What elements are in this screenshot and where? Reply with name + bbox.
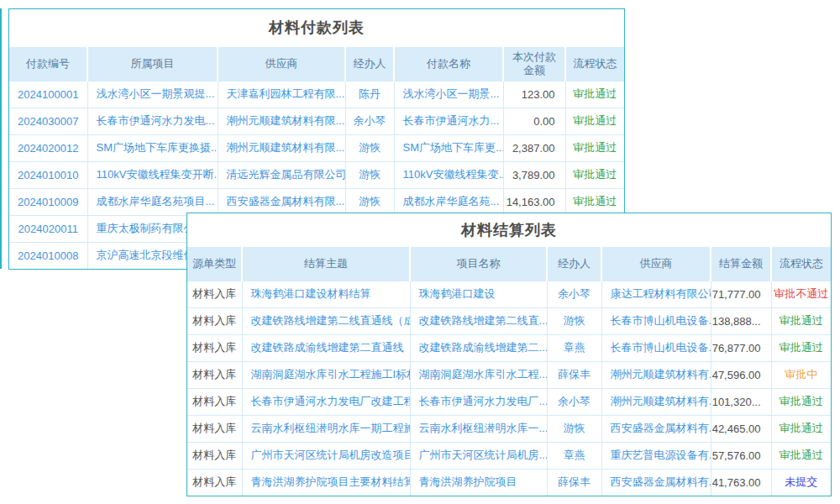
amount-cell: 123.00 xyxy=(503,81,565,108)
amount-cell: 76,877.00 xyxy=(711,334,771,361)
supplier-cell[interactable]: 西安盛器金属材料有限... xyxy=(218,188,345,215)
project-name-cell[interactable]: 青海洪湖养护院项目 xyxy=(410,469,547,496)
settlement-list-title: 材料结算列表 xyxy=(187,213,831,247)
column-header-project: 所属项目 xyxy=(87,47,218,81)
supplier-cell[interactable]: 西安盛器金属材料有... xyxy=(601,415,711,442)
handler-cell[interactable]: 游恢 xyxy=(547,307,601,334)
subject-cell[interactable]: 珠海鹤港口建设材料结算 xyxy=(242,281,410,307)
settlement-table: 源单类型 结算主题 项目名称 经办人 供应商 结算金额 流程状态 材料入库 珠海… xyxy=(187,247,831,496)
amount-cell: 41,763.00 xyxy=(711,469,771,496)
status-cell: 审批通过 xyxy=(771,415,831,442)
settlement-header-row: 源单类型 结算主题 项目名称 经办人 供应商 结算金额 流程状态 xyxy=(187,247,831,281)
payment-id-cell[interactable]: 2024010008 xyxy=(9,242,87,269)
supplier-cell[interactable]: 长春市博山机电设备... xyxy=(601,334,711,361)
column-header-settle-amount: 结算金额 xyxy=(711,247,771,281)
subject-cell[interactable]: 改建铁路成渝线增建第二直通线（... xyxy=(242,334,410,361)
payment-id-cell[interactable]: 2024010009 xyxy=(9,188,87,215)
payment-id-cell[interactable]: 2024020011 xyxy=(9,215,87,242)
project-name-cell[interactable]: 长春市伊通河水力发电厂... xyxy=(410,388,547,415)
amount-cell: 0.00 xyxy=(503,108,565,134)
handler-cell[interactable]: 薛保丰 xyxy=(547,469,601,496)
amount-cell: 3,789.00 xyxy=(503,161,565,188)
handler-cell[interactable]: 余小琴 xyxy=(547,281,601,307)
source-type-cell: 材料入库 xyxy=(187,442,242,469)
payment-name-cell[interactable]: 浅水湾小区一期景... xyxy=(394,81,503,108)
handler-cell[interactable]: 薛保丰 xyxy=(547,361,601,388)
column-header-project-name: 项目名称 xyxy=(410,247,547,281)
handler-cell[interactable]: 章燕 xyxy=(547,442,601,469)
payment-id-cell[interactable]: 2024030007 xyxy=(9,108,87,134)
payment-name-cell[interactable]: SM广场地下车库更... xyxy=(394,134,503,161)
payment-list-title: 材料付款列表 xyxy=(9,9,624,47)
amount-cell: 2,387.00 xyxy=(503,134,565,161)
project-name-cell[interactable]: 改建铁路成渝线增建第二... xyxy=(410,334,547,361)
payment-id-cell[interactable]: 2024020012 xyxy=(9,134,87,161)
project-cell[interactable]: 长春市伊通河水力发电... xyxy=(87,108,218,134)
supplier-cell[interactable]: 清远光辉金属品有限公司 xyxy=(218,161,345,188)
status-cell: 审批通过 xyxy=(771,388,831,415)
subject-cell[interactable]: 改建铁路线增建第二线直通线（成... xyxy=(242,307,410,334)
source-type-cell: 材料入库 xyxy=(187,334,242,361)
supplier-cell[interactable]: 潮州元顺建筑材料有... xyxy=(601,361,711,388)
project-name-cell[interactable]: 湖南洞庭湖水库引水工程... xyxy=(410,361,547,388)
handler-cell[interactable]: 余小琴 xyxy=(345,108,394,134)
subject-cell[interactable]: 云南水利枢纽潜明水库一期工程施... xyxy=(242,415,410,442)
source-type-cell: 材料入库 xyxy=(187,388,242,415)
status-cell: 未提交 xyxy=(771,469,831,496)
subject-cell[interactable]: 广州市天河区统计局机房改造项目... xyxy=(242,442,410,469)
project-cell[interactable]: 成都水岸华庭名苑项目... xyxy=(87,188,218,215)
supplier-cell[interactable]: 潮州元顺建筑材料有限... xyxy=(218,134,345,161)
source-type-cell: 材料入库 xyxy=(187,415,242,442)
handler-cell[interactable]: 章燕 xyxy=(547,334,601,361)
supplier-cell[interactable]: 西安盛器金属材料有... xyxy=(601,469,711,496)
project-cell[interactable]: 110kV安徽线程集变开断... xyxy=(87,161,218,188)
payment-name-cell[interactable]: 长春市伊通河水力... xyxy=(394,108,503,134)
source-type-cell: 材料入库 xyxy=(187,281,242,307)
handler-cell[interactable]: 游恢 xyxy=(547,415,601,442)
column-header-amount: 本次付款 金额 xyxy=(503,47,565,81)
table-row: 材料入库 湖南洞庭湖水库引水工程施工I标材... 湖南洞庭湖水库引水工程... … xyxy=(187,361,831,388)
supplier-cell[interactable]: 重庆艺普电源设备有... xyxy=(601,442,711,469)
handler-cell[interactable]: 游恢 xyxy=(345,161,394,188)
column-header-handler: 经办人 xyxy=(547,247,601,281)
amount-cell: 138,888... xyxy=(711,307,771,334)
handler-cell[interactable]: 游恢 xyxy=(345,134,394,161)
subject-cell[interactable]: 长春市伊通河水力发电厂改建工程... xyxy=(242,388,410,415)
payment-id-cell[interactable]: 2024100001 xyxy=(9,81,87,108)
column-header-payment-id: 付款编号 xyxy=(9,47,87,81)
handler-cell[interactable]: 游恢 xyxy=(345,188,394,215)
amount-cell: 57,576.00 xyxy=(711,442,771,469)
handler-cell[interactable]: 余小琴 xyxy=(547,388,601,415)
project-name-cell[interactable]: 珠海鹤港口建设 xyxy=(410,281,547,307)
payment-name-cell[interactable]: 110kV安徽线程集变... xyxy=(394,161,503,188)
table-row: 2024010010 110kV安徽线程集变开断... 清远光辉金属品有限公司 … xyxy=(9,161,624,188)
project-cell[interactable]: SM广场地下车库更换摄... xyxy=(87,134,218,161)
amount-cell: 71,777.00 xyxy=(711,281,771,307)
supplier-cell[interactable]: 康达工程材料有限公司 xyxy=(601,281,711,307)
table-row: 材料入库 改建铁路线增建第二线直通线（成... 改建铁路线增建第二线直... 游… xyxy=(187,307,831,334)
subject-cell[interactable]: 湖南洞庭湖水库引水工程施工I标材... xyxy=(242,361,410,388)
supplier-cell[interactable]: 潮州元顺建筑材料有... xyxy=(601,388,711,415)
supplier-cell[interactable]: 天津嘉利园林工程有限... xyxy=(218,81,345,108)
supplier-cell[interactable]: 潮州元顺建筑材料有限... xyxy=(218,108,345,134)
payment-id-cell[interactable]: 2024010010 xyxy=(9,161,87,188)
handler-cell[interactable]: 陈丹 xyxy=(345,81,394,108)
column-header-status: 流程状态 xyxy=(565,47,624,81)
source-type-cell: 材料入库 xyxy=(187,307,242,334)
table-row: 材料入库 广州市天河区统计局机房改造项目... 广州市天河区统计局机房... 章… xyxy=(187,442,831,469)
amount-cell: 42,465.00 xyxy=(711,415,771,442)
project-name-cell[interactable]: 广州市天河区统计局机房... xyxy=(410,442,547,469)
status-cell: 审批通过 xyxy=(771,307,831,334)
project-cell[interactable]: 浅水湾小区一期景观提... xyxy=(87,81,218,108)
project-name-cell[interactable]: 云南水利枢纽潜明水库一... xyxy=(410,415,547,442)
supplier-cell[interactable]: 长春市博山机电设备... xyxy=(601,307,711,334)
payment-name-cell[interactable]: 成都水岸华庭名苑... xyxy=(394,188,503,215)
table-row: 2024100001 浅水湾小区一期景观提... 天津嘉利园林工程有限... 陈… xyxy=(9,81,624,108)
subject-cell[interactable]: 青海洪湖养护院项目主要材料结算 xyxy=(242,469,410,496)
column-header-status: 流程状态 xyxy=(771,247,831,281)
amount-cell: 14,163.00 xyxy=(503,188,565,215)
project-name-cell[interactable]: 改建铁路线增建第二线直... xyxy=(410,307,547,334)
status-cell: 审批通过 xyxy=(565,81,624,108)
table-row: 材料入库 青海洪湖养护院项目主要材料结算 青海洪湖养护院项目 薛保丰 西安盛器金… xyxy=(187,469,831,496)
column-header-supplier: 供应商 xyxy=(601,247,711,281)
